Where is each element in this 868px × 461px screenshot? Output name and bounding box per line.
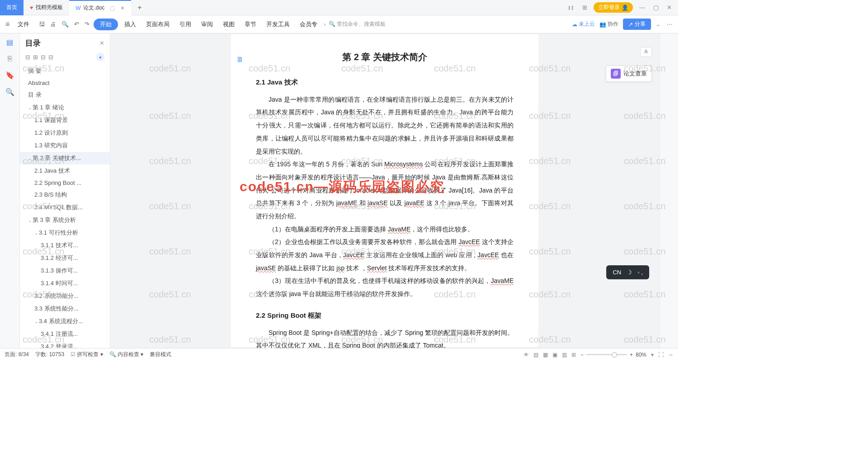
outline-item[interactable]: 3.4.2 登录流...: [20, 340, 110, 348]
ai-icon[interactable]: ●: [96, 53, 104, 61]
collab-button[interactable]: 👥协作: [599, 20, 618, 28]
expand-all-icon[interactable]: ⊞: [33, 54, 38, 61]
outline-item[interactable]: ⌄3.1 可行性分析: [20, 226, 110, 239]
outline-item[interactable]: 目 录: [20, 89, 110, 101]
outline-item[interactable]: 3.3 系统性能分...: [20, 302, 110, 315]
menu-view[interactable]: 视图: [219, 19, 238, 30]
zoom-slider[interactable]: [586, 354, 627, 355]
status-compat[interactable]: 兼容模式: [150, 351, 171, 358]
outline-item[interactable]: ⌄第 2 章 关键技术...: [20, 152, 110, 165]
chev-down-icon[interactable]: ⌄: [656, 21, 660, 28]
menu-reference[interactable]: 引用: [176, 19, 195, 30]
outline-item[interactable]: 1.2 设计原则: [20, 127, 110, 139]
check-icon: ☑: [71, 351, 75, 358]
split-icon[interactable]: ▢: [110, 5, 115, 11]
search-command[interactable]: 🔍 查找命令、搜索模板: [329, 20, 386, 28]
outline-item[interactable]: 3.4.1 注册流...: [20, 328, 110, 340]
view4-icon[interactable]: ▥: [562, 352, 567, 358]
menu-review[interactable]: 审阅: [198, 19, 217, 30]
view3-icon[interactable]: ▣: [552, 352, 557, 358]
side-toggle-button[interactable]: ≙: [640, 47, 652, 57]
menu-start[interactable]: 开始: [94, 19, 118, 30]
menu-bar: ≡ 文件 🖫 🖨 🔍 ↶ ↷ 开始 插入 页面布局 引用 审阅 视图 章节 开发…: [0, 15, 678, 33]
ime-indicator[interactable]: CN ☽ ◦ ,: [606, 265, 649, 279]
save-icon[interactable]: 🖫: [38, 20, 46, 28]
outline-item[interactable]: 2.3 B/S 结构: [20, 188, 110, 201]
fullscreen-icon[interactable]: ⛶: [658, 352, 664, 358]
zoom-in-icon[interactable]: +: [630, 352, 633, 358]
menu-file[interactable]: 文件: [14, 19, 33, 30]
tab-document[interactable]: W论文.doc▢✕: [69, 0, 131, 15]
preview-icon[interactable]: 🔍: [60, 20, 70, 28]
close-icon[interactable]: ✕: [120, 5, 125, 11]
view1-icon[interactable]: ▤: [533, 352, 538, 358]
cloud-status[interactable]: ☁未上云: [572, 20, 595, 28]
close-panel-icon[interactable]: ✕: [99, 40, 104, 47]
menu-insert[interactable]: 插入: [121, 19, 140, 30]
fit-icon[interactable]: ↔: [668, 352, 674, 358]
menu-chapter[interactable]: 章节: [241, 19, 260, 30]
print-icon[interactable]: 🖨: [49, 20, 57, 28]
outline-item[interactable]: ⌄3.4 系统流程分...: [20, 315, 110, 328]
outline-item[interactable]: 3.2 系统功能分...: [20, 290, 110, 302]
dropdown-icon[interactable]: ▾: [651, 352, 654, 358]
promote-icon[interactable]: ⊟: [41, 54, 46, 61]
share-icon: ↗: [628, 21, 633, 28]
tab-home[interactable]: 首页: [0, 0, 24, 15]
document-area[interactable]: 🗎 第 2 章 关键技术简介 2.1 Java 技术 Java 是一种非常常用的…: [110, 33, 659, 348]
chev-icon[interactable]: ›: [324, 21, 326, 28]
ime-punct: ◦ ,: [637, 269, 643, 276]
new-tab-button[interactable]: +: [131, 4, 148, 12]
hamburger-icon[interactable]: ≡: [4, 20, 11, 28]
redo-icon[interactable]: ↷: [83, 20, 91, 28]
maximize-button[interactable]: ▢: [651, 4, 660, 11]
menu-layout[interactable]: 页面布局: [142, 19, 173, 30]
search-rail-icon[interactable]: 🔍: [5, 88, 14, 96]
page-badge-icon[interactable]: 🗎: [236, 52, 244, 67]
collapse-all-icon[interactable]: ⊟: [25, 54, 30, 61]
outline-item[interactable]: 摘 要: [20, 65, 110, 77]
tab-bar: 首页 ♥找稻壳模板 W论文.doc▢✕ + ⫿⫿ ⊞ 立即登录👤 — ▢ ✕: [0, 0, 678, 15]
layout-icon[interactable]: ⫿⫿: [566, 4, 576, 11]
phone-rail-icon[interactable]: ⎘: [8, 55, 12, 63]
outline-item[interactable]: 2.4 MYSQL 数据...: [20, 201, 110, 214]
tab-template[interactable]: ♥找稻壳模板: [24, 0, 69, 15]
zoom-control[interactable]: − + 80%: [580, 352, 646, 358]
outline-item[interactable]: ⌄第 3 章 系统分析: [20, 214, 110, 226]
demote-icon[interactable]: ⊟: [48, 54, 53, 61]
view5-icon[interactable]: ⊞: [571, 352, 576, 358]
outline-rail-icon[interactable]: ▤: [6, 38, 13, 47]
minimize-button[interactable]: —: [637, 4, 647, 11]
outline-item[interactable]: 2.2 Spring Boot ...: [20, 177, 110, 188]
status-contentcheck[interactable]: 🔍 内容检查 ▾: [109, 351, 144, 358]
outline-item[interactable]: 2.1 Java 技术: [20, 165, 110, 177]
status-page[interactable]: 页面: 8/34: [5, 351, 29, 358]
bookmark-rail-icon[interactable]: 🔖: [5, 71, 14, 80]
para-2: 在 1995 年这一年的 5 月份，著名的 Sun Microsystems 公…: [256, 158, 514, 222]
menu-devtools[interactable]: 开发工具: [263, 19, 293, 30]
zoom-out-icon[interactable]: −: [580, 352, 584, 358]
menu-member[interactable]: 会员专: [296, 19, 321, 30]
eye-icon[interactable]: 👁: [524, 352, 529, 358]
view2-icon[interactable]: ▦: [543, 352, 548, 358]
outline-item[interactable]: Abstract: [20, 77, 110, 89]
apps-icon[interactable]: ⊞: [580, 4, 589, 11]
zoom-value[interactable]: 80%: [636, 352, 646, 358]
outline-item[interactable]: 3.1.4 时间可...: [20, 277, 110, 290]
outline-item[interactable]: 1.3 研究内容: [20, 139, 110, 152]
outline-item[interactable]: 3.1.2 经济可...: [20, 252, 110, 264]
close-window-button[interactable]: ✕: [665, 4, 674, 11]
outline-item[interactable]: 3.1.3 操作可...: [20, 264, 110, 277]
outline-list[interactable]: 摘 要Abstract目 录⌄第 1 章 绪论1.1 课题背景1.2 设计原则1…: [20, 65, 110, 348]
more-icon[interactable]: ⋯: [665, 21, 675, 28]
outline-title: 目录: [25, 38, 41, 48]
paper-check-widget[interactable]: 🗐 论文查重: [606, 66, 652, 82]
outline-item[interactable]: 1.1 课题背景: [20, 114, 110, 127]
share-button[interactable]: ↗分享: [623, 19, 651, 30]
undo-icon[interactable]: ↶: [73, 20, 80, 28]
status-spellcheck[interactable]: ☑ 拼写检查 ▾: [71, 351, 103, 358]
outline-item[interactable]: ⌄第 1 章 绪论: [20, 101, 110, 114]
outline-item[interactable]: 3.1.1 技术可...: [20, 239, 110, 252]
status-words[interactable]: 字数: 10753: [35, 351, 64, 358]
login-button[interactable]: 立即登录👤: [594, 2, 633, 13]
